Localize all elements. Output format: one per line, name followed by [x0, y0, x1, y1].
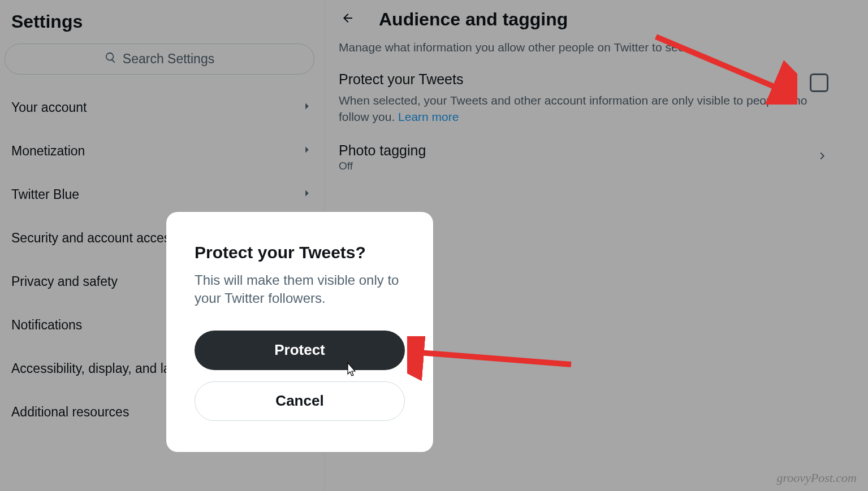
mouse-cursor-icon: [344, 362, 356, 377]
modal-body: This will make them visible only to your…: [195, 271, 405, 308]
protect-button[interactable]: Protect: [195, 331, 405, 370]
modal-title: Protect your Tweets?: [195, 243, 405, 262]
protect-tweets-modal: Protect your Tweets? This will make them…: [166, 212, 433, 452]
modal-backdrop[interactable]: [0, 0, 868, 491]
watermark: groovyPost.com: [776, 471, 857, 485]
cancel-button[interactable]: Cancel: [195, 381, 405, 421]
